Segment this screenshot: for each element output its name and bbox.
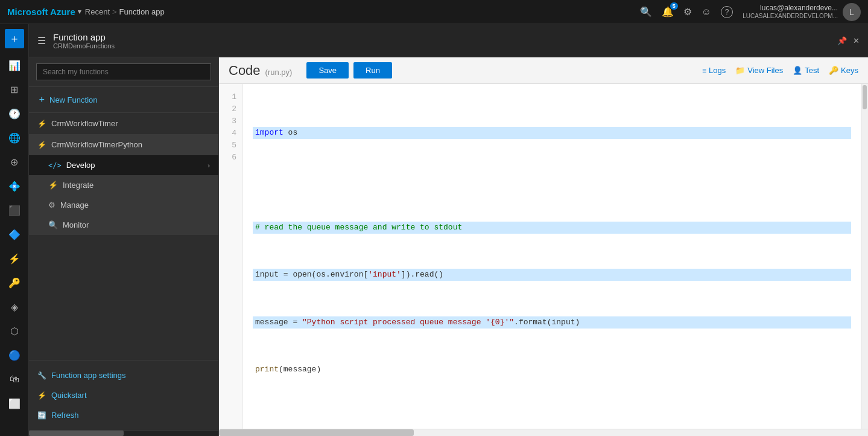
sidebar-scrollbar[interactable] [29,430,218,436]
function-app-settings-label: Function app settings [51,371,126,380]
breadcrumb-recent[interactable]: Recent [85,7,110,16]
create-resource-button[interactable]: ＋ [5,29,24,48]
logs-icon: ≡ [702,66,706,75]
icon-sidebar: ＋ 📊 ⊞ 🕐 🌐 ⊕ 💠 ⬛ 🔷 ⚡ 🔑 ◈ ⬡ 🔵 🛍 ⬜ [0,24,29,436]
keys-link[interactable]: 🔑 Keys [829,66,858,75]
sidebar-item-develop[interactable]: </> Develop › [29,155,218,175]
sidebar-icon-key[interactable]: 🔑 [0,271,28,295]
function-icon: ⚡ [37,120,46,128]
sidebar-icon-app-service[interactable]: ⬛ [0,198,28,222]
plus-icon: ＋ [37,94,46,105]
settings-icon[interactable]: ⚙ [683,6,692,18]
sidebar-icon-service[interactable]: ⬡ [0,319,28,343]
panel-header: ☰ Function app CRMDemoFunctions 📌 ✕ [29,24,868,57]
function-app-settings-link[interactable]: 🔧 Function app settings [29,365,218,385]
monitor-label: Monitor [63,220,89,229]
quickstart-link[interactable]: ⚡ Quickstart [29,385,218,405]
azure-brand[interactable]: Microsoft Azure ▾ [7,7,81,17]
sidebar-item-monitor[interactable]: 🔍 Monitor [29,215,218,235]
sidebar-icon-code[interactable]: ◈ [0,295,28,319]
bottom-scrollbar-thumb [219,429,414,436]
code-line-6: print(message) [253,364,851,376]
logs-label: Logs [709,66,726,75]
new-function-label: New Function [49,95,97,104]
main-content: Code (run.py) Save Run ≡ Logs 📁 [219,57,868,436]
code-title: Code (run.py) [229,63,292,79]
sidebar-icon-help-circle[interactable]: ⊕ [0,150,28,174]
feedback-icon[interactable]: ☺ [702,7,711,18]
code-editor[interactable]: 1 2 3 4 5 6 import os [219,84,868,429]
panel-title-area: Function app CRMDemoFunctions [53,32,837,50]
user-area[interactable]: lucas@alexanderdeve... LUCASALEXANDERDEV… [743,3,861,21]
sidebar-icon-globe[interactable]: 🌐 [0,126,28,150]
avatar[interactable]: L [843,3,861,21]
user-display-name: lucas@alexanderdeve... [743,4,838,12]
sidebar-icon-monitor[interactable]: 💠 [0,174,28,198]
sidebar-icon-dashboard[interactable]: 📊 [0,53,28,77]
develop-code-icon: </> [48,161,62,170]
function-item-crm-workflow-timer-python[interactable]: ⚡ CrmWorkflowTimerPython [29,134,218,155]
settings-wrench-icon: 🔧 [37,371,46,380]
run-button[interactable]: Run [353,62,392,79]
sidebar-item-manage[interactable]: ⚙ Manage [29,195,218,215]
develop-chevron-icon: › [207,162,210,169]
line-numbers: 1 2 3 4 5 6 [219,84,243,429]
sidebar-icon-functions[interactable]: ⚡ [0,246,28,271]
search-input[interactable] [36,63,211,80]
keys-icon: 🔑 [829,66,838,75]
main-layout: ＋ 📊 ⊞ 🕐 🌐 ⊕ 💠 ⬛ 🔷 ⚡ 🔑 ◈ ⬡ 🔵 🛍 ⬜ ☰ Functi… [0,24,868,436]
view-files-link[interactable]: 📁 View Files [735,66,783,75]
editor-scrollbar[interactable] [861,84,868,429]
function-item-crm-workflow-timer[interactable]: ⚡ CrmWorkflowTimer [29,113,218,134]
monitor-icon: 🔍 [48,220,58,229]
monitor-left: 🔍 Monitor [48,220,89,229]
test-icon: 👤 [793,66,802,75]
topbar-right: 🔍 🔔 5 ⚙ ☺ ? lucas@alexanderdeve... LUCAS… [640,3,861,21]
view-files-label: View Files [747,66,783,75]
code-line-1: import os [253,127,851,139]
code-label: Code [229,63,261,79]
code-content[interactable]: import os # read the queue message and w… [243,84,861,429]
content-area: ＋ New Function ⚡ CrmWorkflowTimer ⚡ CrmW… [29,57,868,436]
topbar: Microsoft Azure ▾ Recent > Function app … [0,0,868,24]
develop-label: Develop [66,161,95,170]
hamburger-icon[interactable]: ☰ [37,35,46,46]
sidebar-icon-recent[interactable]: 🕐 [0,101,28,126]
panel-wrapper: ☰ Function app CRMDemoFunctions 📌 ✕ ＋ [29,24,868,436]
notification-count: 5 [670,2,678,10]
pin-icon[interactable]: 📌 [837,36,847,45]
refresh-link[interactable]: 🔄 Refresh [29,405,218,425]
code-line-3: # read the queue message and write to st… [253,222,851,234]
function-name-2: CrmWorkflowTimerPython [51,140,142,149]
test-link[interactable]: 👤 Test [793,66,819,75]
toolbar-buttons: Save Run [306,62,392,79]
breadcrumb-current: Function app [119,7,165,16]
brand-label: Microsoft Azure [7,7,75,17]
refresh-icon: 🔄 [37,411,46,420]
quickstart-icon: ⚡ [37,391,46,400]
search-icon[interactable]: 🔍 [640,6,652,18]
help-icon[interactable]: ? [721,6,733,18]
breadcrumb: Recent > Function app [85,7,165,16]
close-icon[interactable]: ✕ [853,36,860,45]
manage-label: Manage [60,200,89,210]
sidebar-item-integrate[interactable]: ⚡ Integrate [29,175,218,195]
new-function-button[interactable]: ＋ New Function [29,87,218,113]
sidebar-icon-db[interactable]: 🔵 [0,343,28,367]
bottom-scrollbar[interactable] [219,429,868,436]
sidebar-icon-sql[interactable]: 🔷 [0,222,28,246]
integrate-label: Integrate [63,181,93,190]
save-button[interactable]: Save [306,62,349,79]
develop-left: </> Develop [48,161,95,170]
sidebar-search [29,57,218,87]
logs-link[interactable]: ≡ Logs [702,66,726,75]
sidebar-icon-marketplace[interactable]: 🛍 [0,367,28,391]
sidebar-scrollbar-thumb [29,431,124,436]
code-line-4: input = open(os.environ['input']).read() [253,269,851,281]
sidebar-icon-grid[interactable]: ⊞ [0,77,28,101]
notifications-icon[interactable]: 🔔 5 [662,6,674,18]
sidebar-icon-tiles[interactable]: ⬜ [0,391,28,415]
manage-icon: ⚙ [48,200,55,210]
integrate-icon: ⚡ [48,181,58,190]
panel-title: Function app [53,32,837,42]
